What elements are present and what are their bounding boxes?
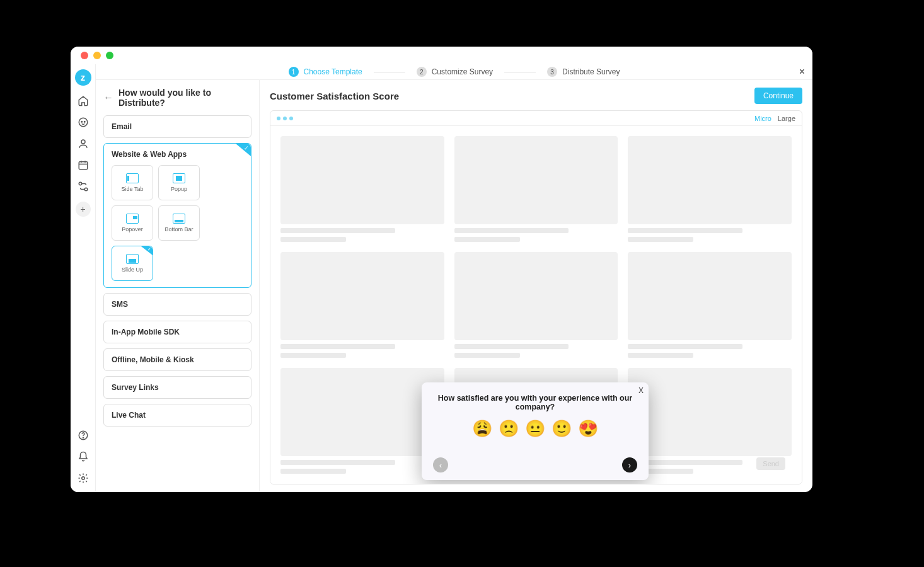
sub-popup-label: Popup [171,186,187,192]
size-micro[interactable]: Micro [754,115,771,122]
sub-bottombar[interactable]: Bottom Bar [158,205,200,241]
skeleton-card [454,136,618,242]
step-3-label: Distribute Survey [562,67,620,76]
close-icon[interactable]: × [799,66,805,77]
channel-email[interactable]: Email [103,115,251,138]
sub-sidetab-label: Side Tab [122,186,144,192]
step-1[interactable]: 1 Choose Template [289,67,362,77]
chat-icon[interactable] [77,116,90,129]
survey-question: How satisfied are you with your experien… [433,394,637,411]
channel-sdk[interactable]: In-App Mobile SDK [103,321,251,343]
continue-button[interactable]: Continue [754,88,802,104]
channel-sdk-label: In-App Mobile SDK [112,328,243,336]
channel-chat[interactable]: Live Chat [103,404,251,427]
sub-popover[interactable]: Popover [112,205,153,241]
mac-titlebar [71,47,812,64]
app-logo[interactable]: z [75,69,91,86]
bell-icon[interactable] [77,450,90,463]
channel-links[interactable]: Survey Links [103,376,251,399]
skeleton-card [454,252,618,358]
survey-close-icon[interactable]: X [638,386,644,395]
window-min-dot[interactable] [93,52,101,59]
skeleton-card [628,136,792,242]
sub-popup[interactable]: Popup [158,165,200,200]
mock-dot [277,117,280,120]
preview-area: Customer Satisfaction Score Continue Mic… [260,80,812,492]
emoji-2[interactable]: 🙁 [499,419,519,438]
window-close-dot[interactable] [81,52,88,59]
sub-slideup-label: Slide Up [122,266,143,273]
mock-dot [283,117,287,120]
sub-sidetab[interactable]: Side Tab [112,165,153,200]
channel-chat-label: Live Chat [112,411,243,420]
skeleton-card [280,368,444,474]
slideup-icon [126,254,139,264]
step-1-label: Choose Template [304,67,362,76]
emoji-4[interactable]: 🙂 [552,419,572,438]
workflow-icon[interactable] [77,180,90,193]
channel-web[interactable]: ✓ Website & Web Apps Side Tab Popup [103,143,251,288]
sidebar-title: How would you like to Distribute? [118,88,251,108]
gear-icon[interactable] [77,472,90,484]
survey-slideup-widget: X How satisfied are you with your experi… [422,382,649,480]
svg-point-8 [83,437,83,438]
sub-popover-label: Popover [122,226,143,232]
help-icon[interactable] [77,429,90,442]
channel-sms[interactable]: SMS [103,293,251,316]
channel-sms-label: SMS [112,300,243,309]
skeleton-card [280,136,444,242]
svg-point-6 [84,188,88,191]
distribute-sidebar: ← How would you like to Distribute? Emai… [96,80,260,492]
sidetab-icon [126,173,139,183]
browser-mock: Micro Large [270,110,802,484]
channel-email-label: Email [112,122,243,131]
sub-slideup[interactable]: ✓ Slide Up [112,246,153,281]
send-button-disabled: Send [756,457,785,470]
home-icon[interactable] [77,94,90,107]
svg-point-1 [81,122,83,123]
emoji-3[interactable]: 😐 [525,419,545,438]
channel-links-label: Survey Links [112,383,243,392]
wizard-stepper: 1 Choose Template 2 Customize Survey 3 D… [96,64,812,80]
channel-offline-label: Offline, Mobile & Kiosk [112,355,243,364]
user-icon[interactable] [77,137,90,150]
skeleton-card [628,252,792,358]
app-window: z + [71,47,812,492]
svg-point-9 [81,477,84,480]
calendar-icon[interactable] [77,159,90,171]
svg-point-5 [79,182,82,185]
survey-next-button[interactable]: › [622,457,637,472]
svg-rect-4 [79,162,88,169]
step-2-label: Customize Survey [432,67,493,76]
window-max-dot[interactable] [106,52,113,59]
popover-icon [126,214,139,224]
channel-offline[interactable]: Offline, Mobile & Kiosk [103,348,251,371]
step-2[interactable]: 2 Customize Survey [417,67,493,77]
bottombar-icon [173,214,185,224]
size-large[interactable]: Large [778,115,795,122]
channel-web-label: Website & Web Apps [112,150,243,159]
emoji-5[interactable]: 😍 [578,419,598,438]
add-button[interactable]: + [76,202,91,217]
mock-dot [289,117,293,120]
svg-point-3 [81,140,85,144]
preview-title: Customer Satisfaction Score [270,91,399,101]
svg-point-2 [84,122,85,123]
check-icon: ✓ [141,246,153,255]
nav-rail: z + [71,64,96,492]
popup-icon [173,173,185,183]
back-arrow-icon[interactable]: ← [103,92,113,103]
survey-prev-button[interactable]: ‹ [433,457,448,472]
skeleton-card [280,252,444,358]
step-3[interactable]: 3 Distribute Survey [547,67,620,77]
emoji-rating-row: 😩 🙁 😐 🙂 😍 [433,419,637,438]
svg-point-0 [79,118,88,127]
emoji-1[interactable]: 😩 [472,419,492,438]
sub-bottombar-label: Bottom Bar [165,226,193,232]
